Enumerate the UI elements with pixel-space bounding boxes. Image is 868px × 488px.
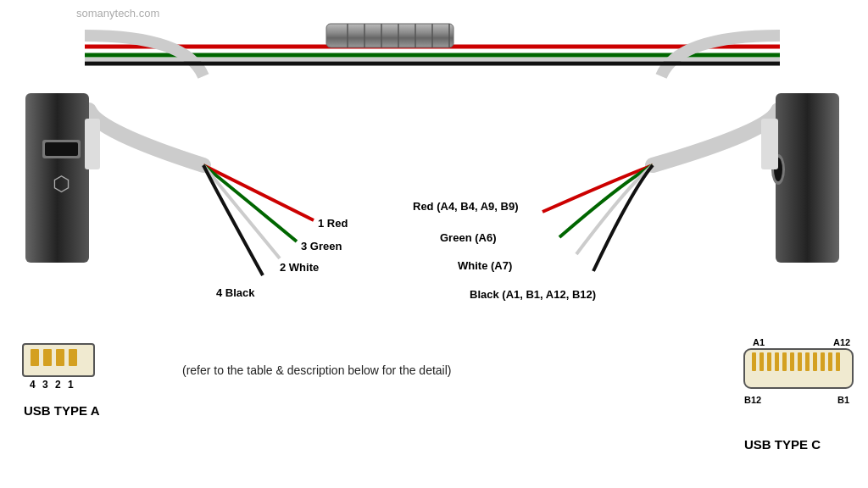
svg-text:(refer to the table & descript: (refer to the table & description below …: [182, 363, 452, 377]
svg-rect-32: [56, 349, 64, 366]
svg-text:B12: B12: [744, 395, 761, 405]
svg-rect-30: [31, 349, 39, 366]
svg-rect-17: [776, 93, 839, 263]
svg-rect-31: [43, 349, 52, 366]
svg-rect-50: [813, 352, 817, 371]
svg-rect-4: [326, 24, 453, 47]
svg-rect-42: [752, 352, 756, 371]
svg-text:1 Red: 1 Red: [318, 217, 348, 230]
svg-rect-33: [69, 349, 77, 366]
svg-rect-49: [805, 352, 810, 371]
svg-text:A12: A12: [833, 337, 850, 347]
svg-rect-48: [798, 352, 802, 371]
svg-rect-43: [760, 352, 764, 371]
svg-rect-52: [828, 352, 832, 371]
svg-text:USB TYPE C: USB TYPE C: [744, 437, 821, 452]
cable-svg: ⬡ 1 Red 3 Green 2 White 4 Black Red (A4,…: [0, 0, 868, 488]
svg-text:2 White: 2 White: [280, 261, 319, 274]
svg-text:2: 2: [55, 379, 61, 391]
svg-rect-45: [775, 352, 779, 371]
svg-text:3 Green: 3 Green: [301, 240, 342, 252]
svg-text:4: 4: [30, 379, 36, 391]
svg-rect-46: [782, 352, 787, 371]
svg-rect-51: [821, 352, 825, 371]
svg-text:Red  (A4, B4, A9, B9): Red (A4, B4, A9, B9): [413, 200, 519, 213]
svg-rect-20: [761, 119, 778, 169]
svg-rect-14: [45, 142, 78, 156]
svg-text:1: 1: [68, 379, 74, 391]
svg-rect-44: [767, 352, 771, 371]
svg-text:Green        (A6): Green (A6): [440, 231, 496, 244]
svg-text:3: 3: [42, 379, 48, 391]
svg-text:USB TYPE A: USB TYPE A: [24, 403, 100, 418]
svg-rect-53: [836, 352, 840, 371]
svg-text:Black    (A1, B1, A12, B12): Black (A1, B1, A12, B12): [470, 288, 596, 301]
svg-text:White        (A7): White (A7): [458, 259, 512, 272]
svg-text:A1: A1: [753, 337, 765, 347]
diagram: somanytech.com: [0, 0, 868, 488]
svg-text:4 Black: 4 Black: [216, 286, 255, 299]
svg-rect-16: [85, 119, 100, 169]
svg-text:B1: B1: [837, 395, 849, 405]
svg-rect-47: [790, 352, 794, 371]
svg-text:⬡: ⬡: [53, 172, 70, 195]
